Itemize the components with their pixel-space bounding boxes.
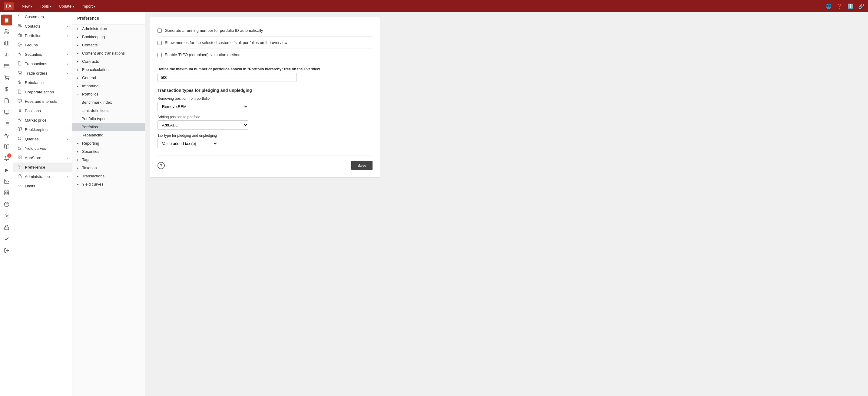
help-circle-icon[interactable]: ❓ bbox=[837, 3, 842, 9]
nav-portfolios[interactable]: Portfolios ▸ bbox=[13, 31, 72, 40]
tree-navigation: Preference ▸ Administration ▸ Bookkeepin… bbox=[72, 12, 145, 396]
sidebar-icon-corporate-action[interactable] bbox=[1, 95, 12, 106]
tree-benchmark-index[interactable]: Benchmark index bbox=[72, 98, 145, 107]
tree-portfolios-leaf[interactable]: Portfolios bbox=[72, 123, 145, 131]
nav-bookkeeping[interactable]: Bookkeeping bbox=[13, 125, 72, 134]
tree-rebalancing[interactable]: Rebalancing bbox=[72, 131, 145, 139]
tree-contracts[interactable]: ▸ Contracts bbox=[72, 57, 145, 65]
corporate-action-nav-icon bbox=[17, 89, 23, 94]
tree-bookkeeping[interactable]: ▸ Bookkeeping bbox=[72, 33, 145, 41]
nav-contacts[interactable]: Contacts ▸ bbox=[13, 22, 72, 31]
tree-tags[interactable]: ▸ Tags bbox=[72, 155, 145, 164]
nav-transactions[interactable]: Transactions ▸ bbox=[13, 59, 72, 68]
menu-tools[interactable]: Tools bbox=[37, 2, 55, 10]
sidebar-icon-help[interactable] bbox=[1, 199, 12, 210]
limits-nav-icon bbox=[17, 183, 23, 189]
nav-fees[interactable]: Fees and interests bbox=[13, 97, 72, 106]
nav-limits[interactable]: Limits bbox=[13, 181, 72, 191]
checkbox-show-memos-label: Show memos for the selected customer's a… bbox=[165, 40, 287, 45]
tree-general[interactable]: ▸ General bbox=[72, 74, 145, 82]
menu-import[interactable]: Import bbox=[79, 2, 98, 10]
sidebar-icon-contacts[interactable] bbox=[1, 26, 12, 37]
checkbox-fifo[interactable] bbox=[157, 53, 162, 57]
menu-update[interactable]: Update bbox=[56, 2, 77, 10]
tree-yield-curves-label: Yield curves bbox=[82, 182, 103, 187]
tree-yield-curves[interactable]: ▸ Yield curves bbox=[72, 180, 145, 188]
remove-position-select[interactable]: Remove,REM bbox=[157, 102, 248, 111]
sidebar-icon-limits[interactable] bbox=[1, 233, 12, 245]
nav-yield-curves[interactable]: Yield curves bbox=[13, 144, 72, 153]
sidebar-icon-analytics[interactable] bbox=[1, 49, 12, 60]
tree-securities[interactable]: ▸ Securities bbox=[72, 147, 145, 155]
tree-reporting[interactable]: ▸ Reporting bbox=[72, 139, 145, 147]
sidebar-icon-yield-curves[interactable] bbox=[1, 176, 12, 187]
nav-appstore[interactable]: AppStore ▸ bbox=[13, 153, 72, 163]
sidebar-icon-portfolios[interactable] bbox=[1, 37, 12, 49]
nav-corporate-action[interactable]: Corporate action bbox=[13, 87, 72, 97]
tree-importing[interactable]: ▸ Importing bbox=[72, 82, 145, 90]
save-button[interactable]: Save bbox=[351, 161, 373, 170]
add-position-select[interactable]: Add,ADD bbox=[157, 120, 248, 130]
tree-administration-label: Administration bbox=[82, 26, 107, 31]
svg-point-33 bbox=[19, 74, 20, 75]
svg-point-51 bbox=[19, 166, 20, 167]
help-circle-button[interactable]: ? bbox=[157, 162, 165, 169]
nav-appstore-label: AppStore bbox=[25, 155, 41, 160]
nav-customers[interactable]: Customers bbox=[13, 12, 72, 22]
sidebar-icon-positions[interactable] bbox=[1, 118, 12, 129]
sidebar-icon-fees[interactable] bbox=[1, 107, 12, 118]
nav-corporate-action-label: Corporate action bbox=[25, 90, 54, 94]
sidebar-icon-notifications[interactable]: 1 bbox=[1, 153, 12, 164]
nav-portfolios-label: Portfolios bbox=[25, 33, 41, 38]
checkbox-row-3: Enable 'FIFO (combined)' valuation metho… bbox=[157, 49, 373, 61]
checkbox-row-1: Generate a running number for portfolio … bbox=[157, 25, 373, 37]
sidebar-icon-appstore[interactable] bbox=[1, 188, 12, 198]
sidebar-icon-play[interactable]: ▶ bbox=[1, 164, 12, 175]
sidebar-icon-transactions[interactable] bbox=[1, 61, 12, 72]
nav-trade-orders[interactable]: Trade orders ▸ bbox=[13, 68, 72, 78]
nav-queries[interactable]: Queries ▸ bbox=[13, 134, 72, 144]
sidebar-icon-bookkeeping[interactable] bbox=[1, 141, 12, 152]
tree-fee-calculation-label: Fee calculation bbox=[82, 67, 108, 72]
sidebar-icon-preference[interactable] bbox=[1, 210, 12, 221]
nav-preference[interactable]: Preference bbox=[13, 163, 72, 172]
menu-new[interactable]: New bbox=[19, 2, 35, 10]
tree-taxation-label: Taxation bbox=[82, 166, 97, 170]
svg-rect-22 bbox=[7, 194, 8, 195]
bookkeeping-tree-arrow: ▸ bbox=[77, 35, 80, 38]
max-portfolios-input[interactable] bbox=[157, 73, 297, 82]
sidebar-icon-dashboard[interactable]: 📋 bbox=[1, 15, 12, 26]
tree-taxation[interactable]: ▸ Taxation bbox=[72, 164, 145, 172]
checkbox-running-number[interactable] bbox=[157, 28, 162, 33]
sidebar-icon-market-price[interactable] bbox=[1, 130, 12, 141]
tree-limit-definitions[interactable]: Limit definitions bbox=[72, 107, 145, 115]
tree-transactions[interactable]: ▸ Transactions bbox=[72, 172, 145, 180]
nav-administration[interactable]: Administration ▸ bbox=[13, 172, 72, 181]
nav-market-price[interactable]: Market price bbox=[13, 115, 72, 125]
nav-positions[interactable]: Positions bbox=[13, 106, 72, 115]
checkbox-show-memos[interactable] bbox=[157, 40, 162, 45]
info-icon[interactable]: ℹ️ bbox=[847, 3, 854, 9]
tree-portfolios-parent[interactable]: ▾ Portfolios bbox=[72, 90, 145, 98]
external-icon[interactable]: 🔗 bbox=[858, 3, 864, 9]
add-position-label: Adding position to portfolio bbox=[157, 115, 373, 119]
sidebar-icon-administration[interactable] bbox=[1, 222, 12, 233]
tree-content-translations[interactable]: ▸ Content and translations bbox=[72, 49, 145, 57]
tree-portfolio-types[interactable]: Portfolio types bbox=[72, 115, 145, 123]
taxation-tree-arrow: ▸ bbox=[77, 167, 80, 170]
nav-groups[interactable]: Groups bbox=[13, 40, 72, 50]
sidebar-icon-rebalance[interactable] bbox=[1, 84, 12, 94]
tree-administration[interactable]: ▸ Administration bbox=[72, 25, 145, 33]
nav-rebalance[interactable]: Rebalance bbox=[13, 78, 72, 87]
nav-securities[interactable]: Securities ▸ bbox=[13, 50, 72, 59]
sidebar-icon-trade-orders[interactable] bbox=[1, 72, 12, 83]
svg-rect-36 bbox=[18, 100, 22, 102]
globe-icon[interactable]: 🌐 bbox=[826, 3, 832, 9]
tree-contacts[interactable]: ▸ Contacts bbox=[72, 41, 145, 49]
svg-rect-10 bbox=[4, 110, 9, 113]
tree-fee-calculation[interactable]: ▸ Fee calculation bbox=[72, 65, 145, 74]
sidebar-icon-exit[interactable] bbox=[1, 245, 12, 256]
svg-rect-30 bbox=[18, 34, 22, 37]
tax-type-select[interactable]: Value added tax (p) bbox=[157, 139, 218, 148]
nav-customers-label: Customers bbox=[25, 15, 44, 19]
